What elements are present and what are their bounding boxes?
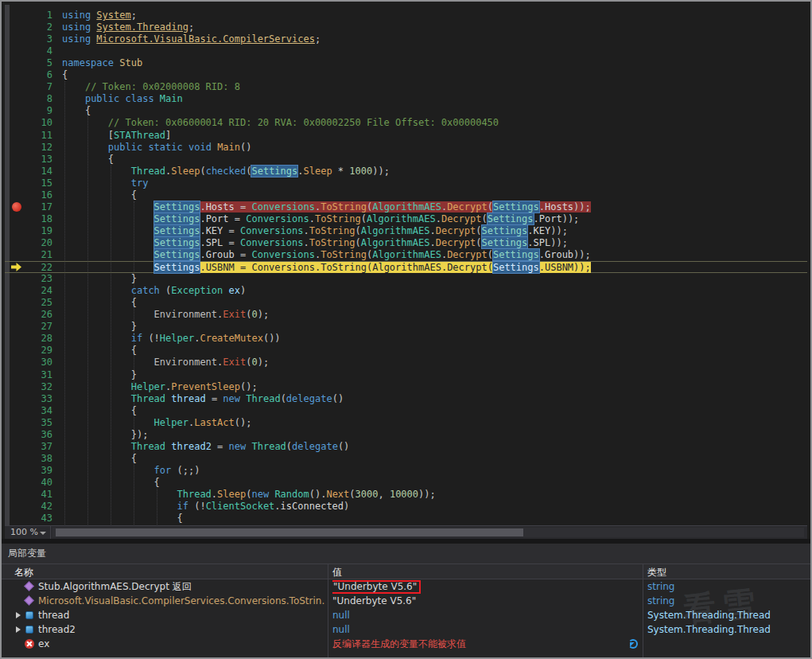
horizontal-scrollbar[interactable] [52, 528, 804, 537]
code-line-1[interactable]: 1using System; [5, 10, 807, 21]
code-line-20[interactable]: 20 Settings.SPL = Conversions.ToString(A… [5, 237, 807, 249]
code-token: Decrypt [447, 201, 488, 213]
code-line-12[interactable]: 12 public static void Main() [5, 142, 807, 154]
code-line-17[interactable]: 17 Settings.Hosts = Conversions.ToString… [5, 201, 807, 213]
breakpoint-icon[interactable] [12, 202, 21, 212]
return-value-icon [24, 595, 34, 606]
code-token: Thread [246, 393, 280, 404]
code-line-32[interactable]: 32 Helper.PreventSleep(); [5, 381, 807, 393]
code-line-22[interactable]: 22 Settings.USBNM = Conversions.ToString… [5, 261, 807, 273]
refresh-icon[interactable] [628, 639, 638, 649]
locals-row-Stub.AlgorithmAES.Decrypt 返回[interactable]: Stub.AlgorithmAES.Decrypt 返回"Underbyte V… [2, 579, 810, 594]
code-line-30[interactable]: 30 Environment.Exit(0); [5, 357, 807, 368]
expand-arrow-icon[interactable] [16, 612, 21, 618]
code-token: )); [573, 262, 591, 273]
code-line-31[interactable]: 31 } [5, 369, 807, 381]
code-token: () [240, 142, 251, 153]
code-line-9[interactable]: 9 { [5, 105, 807, 117]
code-token: { [62, 297, 137, 308]
code-line-28[interactable]: 28 if (!Helper.CreateMutex()) [5, 333, 807, 345]
code-token: Thread [177, 489, 212, 500]
code-line-44[interactable]: 44 ClientSocket.isDisconnected(); [5, 524, 807, 525]
code-token: . [200, 225, 205, 236]
variable-value[interactable]: "Underbyte V5.6" [332, 594, 635, 608]
code-token: ( [200, 166, 205, 177]
code-line-39[interactable]: 39 for (;;) [5, 465, 807, 477]
code-token: if [177, 501, 188, 512]
column-header-type[interactable]: 类型 [647, 565, 666, 579]
code-line-16[interactable]: 16 { [5, 189, 807, 201]
column-divider[interactable] [328, 563, 328, 657]
code-token: )); [550, 225, 568, 236]
column-divider[interactable] [643, 563, 643, 657]
code-line-24[interactable]: 24 catch (Exception ex) [5, 285, 807, 297]
code-token: = [223, 225, 240, 236]
code-line-8[interactable]: 8 public class Main [5, 93, 807, 105]
line-number: 21 [25, 249, 52, 261]
breakpoint-margin[interactable] [10, 5, 25, 525]
line-number: 27 [25, 321, 52, 333]
locals-row-ex[interactable]: ex反编译器生成的变量不能被求值 [2, 637, 810, 651]
code-line-5[interactable]: 5namespace Stub [5, 57, 807, 69]
code-line-34[interactable]: 34 { [5, 405, 807, 417]
code-line-27[interactable]: 27 } [5, 321, 807, 333]
code-line-18[interactable]: 18 Settings.Port = Conversions.ToString(… [5, 213, 807, 225]
code-text: { [62, 477, 160, 489]
code-line-23[interactable]: 23 } [5, 273, 807, 285]
locals-row-Microsoft.VisualBasic.CompilerServices.Conversions.ToStrin...[interactable]: Microsoft.VisualBasic.CompilerServices.C… [2, 594, 810, 608]
code-token: )); [573, 249, 591, 260]
zoom-level-dropdown[interactable]: 100 % [5, 526, 51, 539]
expand-arrow-icon[interactable] [16, 626, 21, 633]
code-line-37[interactable]: 37 Thread thread2 = new Thread(delegate(… [5, 441, 807, 453]
code-line-43[interactable]: 43 { [5, 513, 807, 524]
line-number: 42 [25, 501, 52, 513]
code-line-4[interactable]: 4 [5, 45, 807, 57]
code-token: isConnected [281, 501, 344, 512]
code-line-2[interactable]: 2using System.Threading; [5, 21, 807, 33]
code-line-6[interactable]: 6{ [5, 69, 807, 81]
variable-name: ex [38, 637, 324, 651]
locals-row-thread[interactable]: threadnullSystem.Threading.Thread [2, 608, 810, 622]
code-line-33[interactable]: 33 Thread thread = new Thread(delegate() [5, 393, 807, 405]
line-number: 39 [25, 465, 52, 477]
code-line-21[interactable]: 21 Settings.Groub = Conversions.ToString… [5, 249, 807, 261]
current-statement-arrow-icon[interactable] [11, 263, 21, 271]
code-line-3[interactable]: 3using Microsoft.VisualBasic.CompilerSer… [5, 33, 807, 45]
variable-value[interactable]: null [332, 608, 635, 622]
code-line-36[interactable]: 36 }); [5, 429, 807, 441]
code-line-29[interactable]: 29 { [5, 345, 807, 357]
code-token: ; [131, 10, 137, 21]
horizontal-scrollbar-thumb[interactable] [56, 528, 523, 536]
code-token: Port [206, 213, 229, 224]
code-line-26[interactable]: 26 Environment.Exit(0); [5, 309, 807, 321]
variable-value[interactable]: 反编译器生成的变量不能被求值 [332, 637, 635, 651]
code-line-35[interactable]: 35 Helper.LastAct(); [5, 417, 807, 429]
code-line-11[interactable]: 11 [STAThread] [5, 130, 807, 142]
code-line-19[interactable]: 19 Settings.KEY = Conversions.ToString(A… [5, 225, 807, 237]
code-token: { [62, 513, 183, 524]
line-number: 12 [25, 142, 52, 154]
code-line-25[interactable]: 25 { [5, 297, 807, 309]
variable-value[interactable]: null [332, 622, 635, 637]
code-line-14[interactable]: 14 Thread.Sleep(checked(Settings.Sleep *… [5, 166, 807, 177]
code-line-7[interactable]: 7 // Token: 0x02000008 RID: 8 [5, 81, 807, 93]
line-number: 26 [25, 309, 52, 321]
code-text: for (;;) [62, 465, 200, 477]
code-line-42[interactable]: 42 if (!ClientSocket.isConnected) [5, 501, 807, 513]
code-line-10[interactable]: 10 // Token: 0x06000014 RID: 20 RVA: 0x0… [5, 117, 807, 129]
column-header-name[interactable]: 名称 [14, 565, 33, 579]
code-token: Conversions [251, 249, 314, 260]
code-line-13[interactable]: 13 { [5, 154, 807, 166]
line-number: 15 [25, 177, 52, 189]
code-line-15[interactable]: 15 try [5, 177, 807, 189]
code-line-41[interactable]: 41 Thread.Sleep(new Random().Next(3000, … [5, 489, 807, 501]
code-line-40[interactable]: 40 { [5, 477, 807, 489]
code-editor[interactable]: 1using System;2using System.Threading;3u… [5, 5, 807, 525]
column-header-value[interactable]: 值 [332, 565, 342, 579]
line-number: 3 [25, 33, 52, 45]
code-token: . [527, 237, 533, 248]
code-line-38[interactable]: 38 { [5, 453, 807, 465]
locals-row-thread2[interactable]: thread2nullSystem.Threading.Thread [2, 622, 810, 637]
symbol-highlight: Settings [482, 225, 528, 236]
variable-value[interactable]: "Underbyte V5.6" [332, 579, 635, 594]
